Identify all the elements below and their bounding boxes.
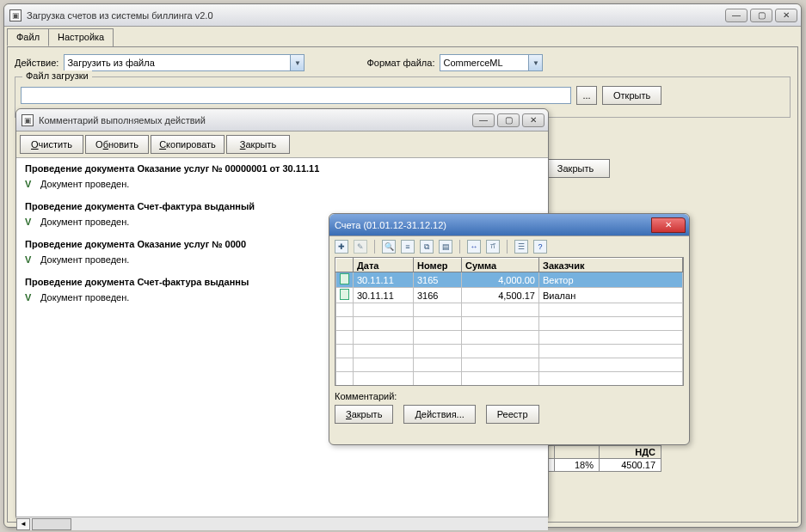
- dropdown-arrow-icon[interactable]: ▼: [528, 55, 542, 70]
- help-icon[interactable]: ?: [533, 240, 547, 254]
- app-icon: ▣: [9, 9, 22, 21]
- close-button[interactable]: ✕: [522, 113, 545, 127]
- accounts-actions-button[interactable]: Действия...: [403, 405, 475, 424]
- copy-button[interactable]: Скопировать: [151, 135, 225, 154]
- h-scrollbar[interactable]: ◄: [16, 517, 548, 530]
- log-text: Документ проведен.: [40, 254, 129, 265]
- accounts-window: Счета (01.01.12-31.12.12) ✕ ✚ ✎ 🔍 ≡ ⧉ ▤ …: [329, 213, 690, 445]
- tab-file[interactable]: Файл: [7, 28, 49, 46]
- check-icon: V: [25, 292, 35, 303]
- accounts-register-button[interactable]: Реестр: [486, 405, 539, 424]
- log-text: Документ проведен.: [40, 217, 129, 227]
- table-row-empty: [336, 303, 683, 317]
- mark-icon[interactable]: ▤: [439, 240, 452, 254]
- accounts-close-button[interactable]: Закрыть: [335, 405, 393, 424]
- dropdown-arrow-icon[interactable]: ▼: [290, 55, 304, 70]
- maximize-button[interactable]: ▢: [750, 9, 772, 22]
- col-number[interactable]: Номер: [414, 259, 462, 272]
- close-button[interactable]: ✕: [651, 217, 686, 233]
- accounts-titlebar[interactable]: Счета (01.01.12-31.12.12) ✕: [329, 214, 689, 236]
- table-row-empty: [336, 372, 683, 386]
- col-date[interactable]: Дата: [354, 259, 414, 272]
- col-icon[interactable]: [336, 259, 354, 272]
- format-combo[interactable]: CommerceML ▼: [440, 54, 543, 71]
- action-combo[interactable]: Загрузить из файла ▼: [64, 54, 305, 71]
- accounts-toolbar: ✚ ✎ 🔍 ≡ ⧉ ▤ ↔ ಗ ☰ ?: [329, 236, 689, 257]
- check-icon: V: [25, 217, 35, 227]
- table-row[interactable]: 30.11.1131654,000.00Вектор: [336, 272, 683, 288]
- log-text: Документ проведен.: [40, 292, 129, 303]
- action-value: Загрузить из файла: [67, 58, 154, 68]
- main-title: Загрузка счетов из системы биллинга v2.0: [27, 10, 725, 21]
- col-sum[interactable]: Сумма: [462, 259, 539, 272]
- cell-customer: Виалан: [539, 288, 683, 303]
- log-head: Проведение документа Счет-фактура выданн…: [25, 201, 539, 211]
- cell-customer: Вектор: [539, 272, 683, 288]
- table-row[interactable]: 30.11.1131664,500.17Виалан: [336, 288, 683, 303]
- minimize-button[interactable]: —: [472, 113, 495, 127]
- log-close-button[interactable]: Закрыть: [226, 135, 290, 154]
- doc-icon: [336, 272, 354, 288]
- format-value: CommerceML: [443, 58, 502, 68]
- tree-icon[interactable]: ಗ: [486, 240, 500, 254]
- scroll-left-icon[interactable]: ◄: [16, 518, 30, 530]
- check-icon: V: [25, 179, 35, 189]
- frag-v2: 18%: [555, 459, 600, 472]
- scroll-thumb[interactable]: [32, 518, 71, 530]
- action-label: Действие:: [15, 58, 58, 68]
- minimize-button[interactable]: —: [725, 9, 748, 22]
- props-icon[interactable]: ☰: [514, 240, 528, 254]
- log-head: Проведение документа Оказание услуг № 00…: [25, 163, 539, 174]
- find-icon[interactable]: 🔍: [382, 240, 396, 254]
- log-text: Документ проведен.: [40, 179, 129, 189]
- table-row-empty: [336, 331, 683, 345]
- main-titlebar[interactable]: ▣ Загрузка счетов из системы биллинга v2…: [4, 4, 801, 27]
- col-customer[interactable]: Заказчик: [539, 259, 683, 272]
- cell-sum: 4,500.17: [462, 288, 539, 303]
- maximize-button[interactable]: ▢: [497, 113, 520, 127]
- cell-sum: 4,000.00: [462, 272, 539, 288]
- cell-number: 3166: [414, 288, 462, 303]
- open-button[interactable]: Открыть: [602, 86, 661, 105]
- frag-v3: 4500.17: [600, 459, 661, 472]
- range-icon[interactable]: ↔: [467, 240, 481, 254]
- cell-date: 30.11.11: [354, 272, 414, 288]
- app-icon: ▣: [22, 114, 34, 126]
- close-button[interactable]: ✕: [775, 9, 797, 22]
- cell-date: 30.11.11: [354, 288, 414, 303]
- accounts-title: Счета (01.01.12-31.12.12): [335, 220, 651, 230]
- copy-icon[interactable]: ⧉: [420, 240, 434, 254]
- frag-h2: [555, 446, 600, 459]
- main-close-button[interactable]: Закрыть: [541, 159, 610, 178]
- tab-settings[interactable]: Настройка: [48, 28, 114, 46]
- browse-button[interactable]: ...: [576, 86, 597, 105]
- edit-icon[interactable]: ✎: [354, 240, 367, 254]
- frag-h3: НДС: [600, 446, 661, 459]
- check-icon: V: [25, 254, 35, 265]
- file-path-input[interactable]: [21, 87, 571, 104]
- accounts-grid[interactable]: Дата Номер Сумма Заказчик 30.11.1131654,…: [335, 257, 684, 386]
- table-row-empty: [336, 317, 683, 331]
- cell-number: 3165: [414, 272, 462, 288]
- clear-button[interactable]: Очистить: [20, 135, 83, 154]
- comment-label: Комментарий:: [335, 391, 684, 401]
- format-label: Формат файла:: [366, 58, 434, 68]
- table-row-empty: [336, 345, 683, 358]
- log-title: Комментарий выполняемых действий: [39, 115, 472, 125]
- log-titlebar[interactable]: ▣ Комментарий выполняемых действий — ▢ ✕: [16, 109, 548, 131]
- new-icon[interactable]: ✚: [335, 240, 348, 254]
- file-load-legend: Файл загрузки: [22, 70, 92, 81]
- log-toolbar: Очистить Обновить Скопировать Закрыть: [16, 131, 548, 157]
- refresh-button[interactable]: Обновить: [85, 135, 149, 154]
- doc-icon: [336, 288, 354, 303]
- table-row-empty: [336, 358, 683, 372]
- filter-icon[interactable]: ≡: [401, 240, 415, 254]
